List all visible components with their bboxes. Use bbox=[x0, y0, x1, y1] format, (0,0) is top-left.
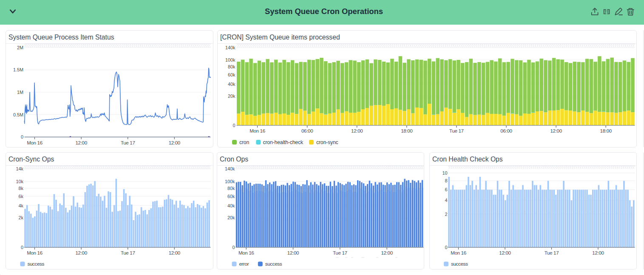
svg-text:6k: 6k bbox=[19, 194, 24, 199]
svg-text:0: 0 bbox=[232, 245, 235, 250]
svg-text:140k: 140k bbox=[225, 45, 235, 50]
svg-text:18:00: 18:00 bbox=[401, 128, 412, 133]
svg-text:12:00: 12:00 bbox=[550, 128, 562, 133]
svg-text:1.5M: 1.5M bbox=[13, 67, 23, 72]
svg-text:40k: 40k bbox=[228, 82, 235, 87]
svg-text:10k: 10k bbox=[16, 179, 24, 184]
svg-text:12:00: 12:00 bbox=[592, 250, 604, 255]
svg-text:12:00: 12:00 bbox=[75, 140, 87, 145]
svg-text:0: 0 bbox=[445, 245, 447, 250]
svg-text:60k: 60k bbox=[227, 194, 235, 199]
svg-text:1M: 1M bbox=[17, 90, 23, 95]
svg-text:8: 8 bbox=[445, 178, 447, 183]
svg-text:12:00: 12:00 bbox=[381, 250, 392, 255]
svg-text:8k: 8k bbox=[19, 186, 24, 191]
svg-text:60k: 60k bbox=[228, 72, 235, 77]
svg-text:18:00: 18:00 bbox=[600, 128, 612, 133]
svg-text:Tue 17: Tue 17 bbox=[121, 250, 135, 255]
svg-text:06:00: 06:00 bbox=[301, 128, 313, 133]
svg-text:140k: 140k bbox=[225, 166, 235, 171]
svg-text:0: 0 bbox=[233, 123, 235, 128]
svg-text:10: 10 bbox=[442, 170, 447, 176]
svg-text:Mon 16: Mon 16 bbox=[27, 140, 43, 145]
svg-text:0.5M: 0.5M bbox=[13, 112, 23, 117]
svg-text:4: 4 bbox=[445, 198, 447, 203]
svg-text:20k: 20k bbox=[228, 94, 235, 99]
svg-text:success: success bbox=[28, 261, 45, 267]
svg-text:cron: cron bbox=[239, 139, 249, 145]
svg-text:Mon 16: Mon 16 bbox=[250, 128, 265, 133]
svg-text:12:00: 12:00 bbox=[351, 128, 363, 133]
svg-text:12:00: 12:00 bbox=[499, 250, 511, 255]
svg-text:0: 0 bbox=[21, 245, 23, 250]
svg-text:2: 2 bbox=[445, 212, 447, 217]
svg-text:2k: 2k bbox=[19, 215, 24, 220]
svg-text:Tue 17: Tue 17 bbox=[121, 140, 135, 145]
svg-text:error: error bbox=[239, 261, 249, 267]
svg-text:success: success bbox=[265, 261, 282, 267]
svg-text:0: 0 bbox=[21, 134, 23, 139]
svg-text:12:00: 12:00 bbox=[75, 250, 87, 255]
svg-text:cron-sync: cron-sync bbox=[316, 139, 338, 145]
svg-text:2M: 2M bbox=[17, 45, 23, 50]
svg-text:12:00: 12:00 bbox=[169, 250, 180, 255]
svg-text:Tue 17: Tue 17 bbox=[333, 250, 347, 255]
svg-text:80k: 80k bbox=[227, 186, 235, 191]
svg-text:100k: 100k bbox=[225, 57, 235, 62]
svg-text:80k: 80k bbox=[228, 64, 235, 69]
svg-text:14k: 14k bbox=[16, 166, 24, 171]
svg-text:100k: 100k bbox=[225, 179, 235, 184]
svg-text:12:00: 12:00 bbox=[287, 250, 299, 255]
svg-text:06:00: 06:00 bbox=[500, 128, 512, 133]
svg-text:cron-health-check: cron-health-check bbox=[263, 139, 304, 145]
svg-text:Tue 17: Tue 17 bbox=[545, 250, 559, 255]
svg-text:6: 6 bbox=[445, 187, 447, 192]
svg-text:Mon 16: Mon 16 bbox=[238, 250, 254, 255]
svg-text:Tue 17: Tue 17 bbox=[449, 128, 464, 133]
svg-text:40k: 40k bbox=[227, 203, 235, 208]
svg-text:20k: 20k bbox=[227, 215, 235, 220]
svg-text:4k: 4k bbox=[19, 203, 24, 208]
svg-text:success: success bbox=[451, 261, 468, 267]
svg-text:Mon 16: Mon 16 bbox=[451, 250, 466, 255]
svg-text:12:00: 12:00 bbox=[169, 140, 180, 145]
svg-text:Mon 16: Mon 16 bbox=[27, 250, 43, 255]
